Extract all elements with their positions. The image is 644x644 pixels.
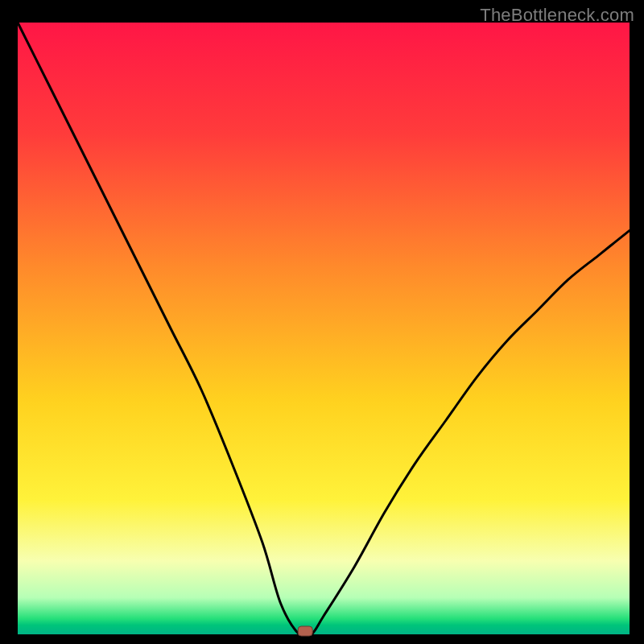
watermark-text: TheBottleneck.com bbox=[480, 5, 634, 26]
chart-frame: TheBottleneck.com bbox=[0, 0, 644, 644]
bottleneck-chart bbox=[0, 0, 644, 644]
plot-background bbox=[18, 23, 630, 634]
minimum-marker bbox=[298, 626, 312, 636]
